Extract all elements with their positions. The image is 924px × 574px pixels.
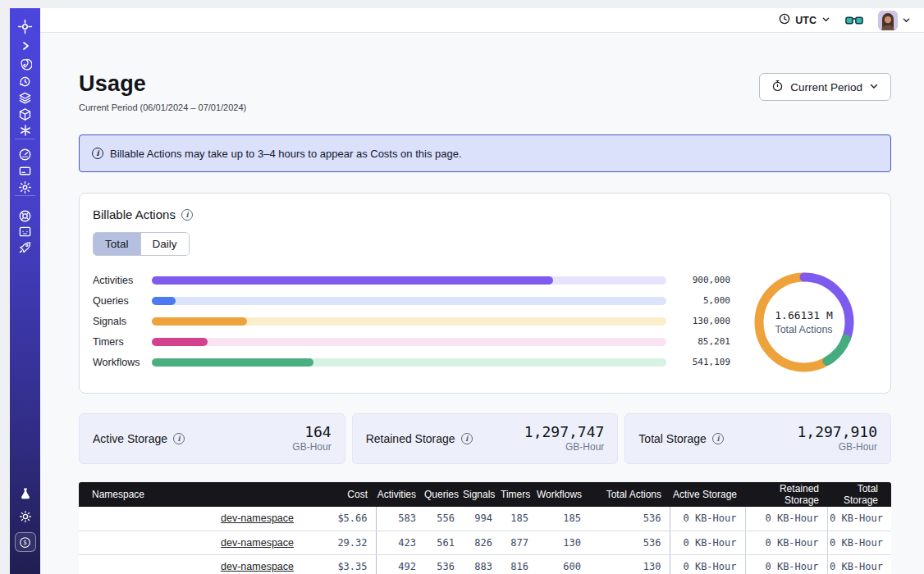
storage-card-value: 1,297,747: [524, 424, 605, 441]
cell-timers: 877: [501, 531, 537, 554]
chevron-down-icon: [869, 81, 879, 93]
chevron-right-icon[interactable]: [10, 38, 40, 54]
cell-workflows: 185: [537, 507, 589, 531]
storage-card-unit: GB-Hour: [292, 442, 331, 453]
chevron-down-icon: [821, 15, 830, 26]
cell-cost: $5.66: [302, 507, 376, 531]
banner-text: Billable Actions may take up to 3–4 hour…: [110, 148, 462, 160]
asterisk-icon[interactable]: [10, 122, 40, 139]
retained-storage-card: Retained Storage i 1,297,747 GB-Hour: [352, 413, 619, 464]
bar-fill: [152, 297, 176, 305]
sidebar-divider: [15, 139, 35, 139]
col-header-total-actions: Total Actions: [589, 482, 670, 507]
lifebuoy-icon[interactable]: [10, 207, 40, 224]
cell-timers: 816: [501, 554, 537, 574]
info-icon[interactable]: i: [181, 209, 193, 221]
table-row: dev-namespace $5.66 583 556 994 185 185 …: [79, 507, 891, 531]
topbar: UTC: [40, 8, 924, 33]
namespace-link[interactable]: dev-namespace: [221, 512, 294, 524]
main-content: Usage Current Period (06/01/2024 – 07/01…: [40, 33, 924, 574]
cell-active-storage: 0 KB-Hour: [670, 554, 745, 574]
bar-track: [152, 358, 666, 367]
cell-queries: 536: [424, 554, 463, 574]
table-row: dev-namespace 29.32 423 561 826 877 130 …: [79, 531, 891, 554]
bar-row: Activities 900,000: [93, 270, 730, 290]
gear-icon[interactable]: [10, 179, 40, 195]
col-header-retained-storage: Retained Storage: [745, 482, 827, 507]
storage-summary-row: Active Storage i 164 GB-Hour Retained St…: [79, 413, 891, 464]
bar-value: 85,201: [666, 336, 730, 347]
bar-row: Workflows 541,109: [93, 352, 730, 372]
period-button-label: Current Period: [790, 81, 862, 93]
storage-card-value: 164: [292, 424, 331, 441]
col-header-active-storage: Active Storage: [670, 482, 745, 507]
card-title: Billable Actions: [93, 207, 176, 221]
sun-icon[interactable]: [10, 508, 40, 525]
cell-retained-storage: 0 KB-Hour: [745, 507, 827, 531]
info-icon[interactable]: i: [173, 433, 185, 444]
bar-value: 5,000: [666, 295, 730, 306]
cell-total-actions: 536: [589, 531, 670, 554]
info-icon[interactable]: i: [461, 433, 473, 444]
cube-icon[interactable]: [10, 106, 40, 122]
history-icon[interactable]: [10, 73, 40, 89]
col-header-queries: Queries: [424, 482, 463, 507]
tab-total[interactable]: Total: [94, 233, 140, 255]
donut-total-label: Total Actions: [775, 324, 832, 335]
timezone-selector[interactable]: UTC: [779, 13, 830, 27]
bar-track: [152, 317, 666, 326]
bar-value: 541,109: [666, 357, 730, 367]
temporal-logo-icon[interactable]: [10, 18, 40, 34]
col-header-cost: Cost: [302, 482, 376, 507]
cell-activities: 583: [376, 507, 424, 531]
spiral-icon[interactable]: [10, 56, 40, 72]
cell-total-actions: 130: [589, 554, 670, 574]
cell-retained-storage: 0 KB-Hour: [745, 531, 827, 554]
info-icon[interactable]: i: [712, 433, 724, 444]
user-menu[interactable]: [878, 11, 911, 30]
glasses-icon[interactable]: [845, 15, 863, 26]
namespace-link[interactable]: dev-namespace: [221, 537, 294, 549]
bar-label: Timers: [93, 336, 152, 348]
bar-track: [152, 297, 666, 305]
avatar: [878, 11, 898, 30]
dollar-coin-icon[interactable]: $: [10, 531, 40, 553]
cell-total-actions: 536: [589, 507, 670, 531]
bar-row: Queries 5,000: [93, 290, 730, 311]
rocket-icon[interactable]: [10, 239, 40, 255]
donut-total-value: 1.66131 M: [775, 309, 832, 321]
col-header-total-storage: Total Storage: [827, 482, 891, 507]
cell-active-storage: 0 KB-Hour: [670, 507, 745, 531]
bar-track: [152, 276, 666, 285]
info-banner: i Billable Actions may take up to 3–4 ho…: [79, 134, 891, 172]
credit-card-icon[interactable]: [10, 162, 40, 179]
cell-timers: 185: [501, 507, 537, 531]
bar-label: Activities: [93, 275, 152, 286]
cell-signals: 826: [463, 531, 501, 554]
bar-fill: [152, 358, 313, 367]
bar-row: Timers 85,201: [93, 331, 730, 352]
table-header-row: Namespace Cost Activities Queries Signal…: [79, 482, 891, 507]
storage-card-label: Retained Storage: [366, 432, 455, 445]
sidebar: $: [10, 8, 40, 574]
terminal-icon[interactable]: [10, 223, 40, 239]
cell-total-storage: 0 KB-Hour: [827, 531, 891, 554]
donut-area: 1.66131 M Total Actions: [730, 270, 877, 375]
flask-icon[interactable]: [10, 485, 40, 502]
bar-fill: [152, 338, 208, 346]
period-selector-button[interactable]: Current Period: [759, 73, 891, 101]
layers-icon[interactable]: [10, 89, 40, 106]
page-subtitle: Current Period (06/01/2024 – 07/01/2024): [79, 102, 246, 112]
bar-value: 130,000: [666, 316, 730, 326]
gauge-icon[interactable]: [10, 146, 40, 162]
total-actions-donut: 1.66131 M Total Actions: [752, 270, 857, 375]
bar-label: Queries: [93, 295, 152, 307]
svg-text:$: $: [23, 539, 27, 546]
bar-chart: Activities 900,000 Queries 5,000 Signals…: [93, 270, 730, 375]
table-row: dev-namespace $3.35 492 536 883 816 600 …: [79, 554, 891, 574]
cell-activities: 492: [376, 554, 424, 574]
cell-queries: 561: [424, 531, 463, 554]
tab-daily[interactable]: Daily: [140, 233, 189, 255]
cell-total-storage: 0 KB-Hour: [827, 554, 891, 574]
namespace-link[interactable]: dev-namespace: [221, 561, 294, 572]
